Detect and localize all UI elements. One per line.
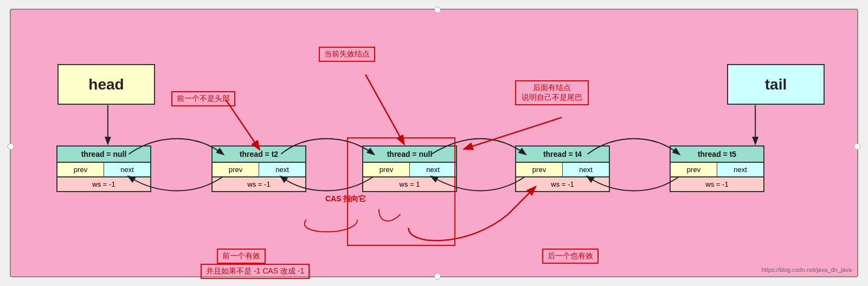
head-box: head xyxy=(57,64,155,105)
node-4-ws: ws = -1 xyxy=(516,177,609,191)
annotation-next-valid: 后一个也有效 xyxy=(542,249,599,264)
annotation-not-tail: 后面有结点 说明自己不是尾巴 xyxy=(515,80,589,105)
node-1-prev: prev xyxy=(57,163,104,176)
node-2-thread: thread = t2 xyxy=(213,147,305,163)
annotation-cas-point: CAS 指向它 xyxy=(325,194,366,204)
dot-left xyxy=(8,143,14,150)
tail-label: tail xyxy=(765,76,787,93)
annotation-prev-not-head: 前一个不是头部 xyxy=(171,91,235,106)
node-5-ws: ws = -1 xyxy=(671,177,763,191)
node-2-prev: prev xyxy=(213,163,259,176)
node-1-thread: thread = null xyxy=(57,147,150,163)
annotation-prev-valid: 前一个有效 xyxy=(217,249,266,264)
node-1-ws: ws = -1 xyxy=(57,177,150,191)
annotation-cas-neg1: 并且如果不是 -1 CAS 改成 -1 xyxy=(201,264,310,279)
tail-box: tail xyxy=(727,64,825,105)
dot-top xyxy=(434,7,441,13)
node-5-prev: prev xyxy=(671,163,717,176)
node-2-next: next xyxy=(259,163,305,176)
url-watermark: https://blog.csdn.net/java_dn_java xyxy=(762,266,852,273)
node-4-thread: thread = t4 xyxy=(516,147,609,163)
node-5: thread = t5 prev next ws = -1 xyxy=(670,145,764,192)
node-4-prev: prev xyxy=(516,163,563,176)
main-diagram: head tail thread = null prev next ws = -… xyxy=(10,9,858,277)
node-2: thread = t2 prev next ws = -1 xyxy=(211,145,306,192)
node-1-next: next xyxy=(104,163,150,176)
failed-node-border xyxy=(347,137,455,246)
node-4-next: next xyxy=(563,163,609,176)
node-2-ws: ws = -1 xyxy=(213,177,305,191)
node-5-next: next xyxy=(717,163,763,176)
node-4: thread = t4 prev next ws = -1 xyxy=(515,145,610,192)
dot-right xyxy=(854,143,860,150)
node-5-thread: thread = t5 xyxy=(671,147,763,163)
head-label: head xyxy=(88,76,124,93)
dot-bottom xyxy=(434,273,441,279)
node-1: thread = null prev next ws = -1 xyxy=(56,145,151,192)
annotation-failed-node: 当前失效结点 xyxy=(319,47,375,62)
